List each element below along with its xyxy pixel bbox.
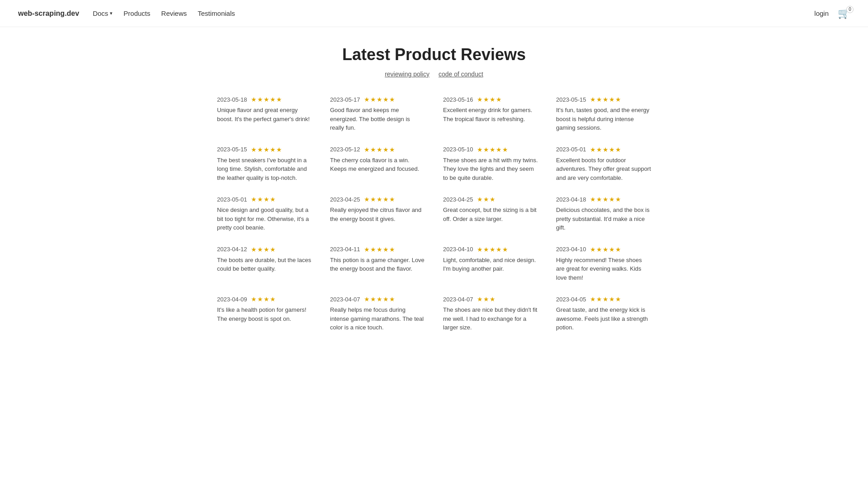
review-text: Unique flavor and great energy boost. It… [217, 106, 312, 123]
review-date: 2023-04-11 [330, 246, 360, 253]
review-date: 2023-05-16 [443, 96, 473, 103]
review-date: 2023-04-07 [443, 296, 473, 303]
review-card: 2023-05-01★★★★★Excellent boots for outdo… [556, 146, 651, 183]
cart-count: 0 [846, 6, 854, 13]
review-text: This potion is a game changer. Love the … [330, 256, 425, 273]
review-date: 2023-05-18 [217, 96, 247, 103]
review-meta: 2023-04-07★★★★★ [330, 296, 425, 303]
review-card: 2023-04-07★★★★★Really helps me focus dur… [330, 296, 425, 332]
review-card: 2023-04-25★★★Great concept, but the sizi… [443, 196, 538, 232]
nav-testimonials[interactable]: Testimonials [198, 9, 235, 17]
review-date: 2023-04-10 [443, 246, 473, 253]
review-card: 2023-05-17★★★★★Good flavor and keeps me … [330, 96, 425, 132]
review-meta: 2023-05-01★★★★ [217, 196, 312, 203]
review-stars: ★★★★★ [364, 196, 396, 203]
nav-products[interactable]: Products [123, 9, 150, 17]
brand-logo[interactable]: web-scraping.dev [18, 9, 79, 18]
page-links: reviewing policy code of conduct [217, 70, 651, 78]
review-stars: ★★★★★ [590, 196, 622, 203]
review-text: Excellent energy drink for gamers. The t… [443, 106, 538, 123]
review-date: 2023-05-15 [217, 146, 247, 153]
review-stars: ★★★★★ [590, 296, 622, 303]
review-meta: 2023-05-01★★★★★ [556, 146, 651, 153]
review-meta: 2023-04-12★★★★ [217, 246, 312, 253]
review-text: The best sneakers I've bought in a long … [217, 156, 312, 183]
review-stars: ★★★★ [251, 196, 276, 203]
review-meta: 2023-04-25★★★★★ [330, 196, 425, 203]
review-date: 2023-05-17 [330, 96, 360, 103]
review-meta: 2023-05-17★★★★★ [330, 96, 425, 103]
review-meta: 2023-05-15★★★★★ [556, 96, 651, 103]
review-text: The cherry cola flavor is a win. Keeps m… [330, 156, 425, 174]
review-card: 2023-05-10★★★★★These shoes are a hit wit… [443, 146, 538, 183]
review-date: 2023-05-12 [330, 146, 360, 153]
review-text: It's fun, tastes good, and the energy bo… [556, 106, 651, 132]
review-card: 2023-04-25★★★★★Really enjoyed the citrus… [330, 196, 425, 232]
review-stars: ★★★★★ [364, 246, 396, 253]
review-stars: ★★★★ [477, 96, 502, 103]
review-meta: 2023-04-10★★★★★ [443, 246, 538, 253]
review-card: 2023-04-05★★★★★Great taste, and the ener… [556, 296, 651, 332]
review-date: 2023-05-01 [217, 196, 247, 203]
review-meta: 2023-04-10★★★★★ [556, 246, 651, 253]
review-stars: ★★★★★ [590, 246, 622, 253]
review-stars: ★★★★★ [590, 96, 622, 103]
review-card: 2023-04-18★★★★★Delicious chocolates, and… [556, 196, 651, 232]
review-stars: ★★★ [477, 296, 496, 303]
reviewing-policy-link[interactable]: reviewing policy [385, 70, 429, 78]
review-meta: 2023-05-10★★★★★ [443, 146, 538, 153]
cart-button[interactable]: 🛒 0 [838, 8, 850, 19]
review-date: 2023-05-10 [443, 146, 473, 153]
review-stars: ★★★★★ [477, 246, 509, 253]
review-stars: ★★★★★ [364, 296, 396, 303]
review-card: 2023-05-18★★★★★Unique flavor and great e… [217, 96, 312, 132]
review-text: Nice design and good quality, but a bit … [217, 206, 312, 232]
review-stars: ★★★★★ [364, 146, 396, 153]
review-text: Really enjoyed the citrus flavor and the… [330, 206, 425, 223]
review-meta: 2023-05-16★★★★ [443, 96, 538, 103]
review-card: 2023-04-12★★★★The boots are durable, but… [217, 246, 312, 282]
review-meta: 2023-05-12★★★★★ [330, 146, 425, 153]
review-card: 2023-05-16★★★★Excellent energy drink for… [443, 96, 538, 132]
code-of-conduct-link[interactable]: code of conduct [439, 70, 483, 78]
review-text: These shoes are a hit with my twins. The… [443, 156, 538, 183]
review-text: Great taste, and the energy kick is awes… [556, 305, 651, 332]
review-card: 2023-05-01★★★★Nice design and good quali… [217, 196, 312, 232]
review-text: It's like a health potion for gamers! Th… [217, 305, 312, 323]
review-meta: 2023-05-15★★★★★ [217, 146, 312, 153]
review-text: Really helps me focus during intense gam… [330, 305, 425, 332]
review-text: Delicious chocolates, and the box is pre… [556, 206, 651, 232]
review-text: Highly recommend! These shoes are great … [556, 256, 651, 282]
nav-reviews[interactable]: Reviews [161, 9, 187, 17]
review-date: 2023-05-15 [556, 96, 586, 103]
review-card: 2023-05-15★★★★★The best sneakers I've bo… [217, 146, 312, 183]
review-meta: 2023-04-05★★★★★ [556, 296, 651, 303]
review-meta: 2023-05-18★★★★★ [217, 96, 312, 103]
review-date: 2023-04-18 [556, 196, 586, 203]
nav-docs[interactable]: Docs [93, 9, 113, 17]
login-link[interactable]: login [814, 9, 829, 17]
main-content: Latest Product Reviews reviewing policy … [208, 27, 660, 350]
navbar-right: login 🛒 0 [814, 8, 850, 19]
review-stars: ★★★★★ [364, 96, 396, 103]
review-stars: ★★★★ [251, 246, 276, 253]
review-text: Light, comfortable, and nice design. I'm… [443, 256, 538, 273]
review-card: 2023-04-10★★★★★Highly recommend! These s… [556, 246, 651, 282]
review-card: 2023-04-09★★★★It's like a health potion … [217, 296, 312, 332]
review-meta: 2023-04-09★★★★ [217, 296, 312, 303]
reviews-grid: 2023-05-18★★★★★Unique flavor and great e… [217, 96, 651, 332]
review-stars: ★★★★★ [251, 146, 283, 153]
review-meta: 2023-04-18★★★★★ [556, 196, 651, 203]
review-date: 2023-04-09 [217, 296, 247, 303]
review-date: 2023-04-10 [556, 246, 586, 253]
review-card: 2023-05-15★★★★★It's fun, tastes good, an… [556, 96, 651, 132]
review-stars: ★★★ [477, 196, 496, 203]
review-date: 2023-04-05 [556, 296, 586, 303]
review-meta: 2023-04-11★★★★★ [330, 246, 425, 253]
review-text: Excellent boots for outdoor adventures. … [556, 156, 651, 183]
review-date: 2023-05-01 [556, 146, 586, 153]
review-text: Great concept, but the sizing is a bit o… [443, 206, 538, 223]
navbar: web-scraping.dev Docs Products Reviews T… [0, 0, 868, 27]
review-date: 2023-04-12 [217, 246, 247, 253]
review-stars: ★★★★★ [590, 146, 622, 153]
